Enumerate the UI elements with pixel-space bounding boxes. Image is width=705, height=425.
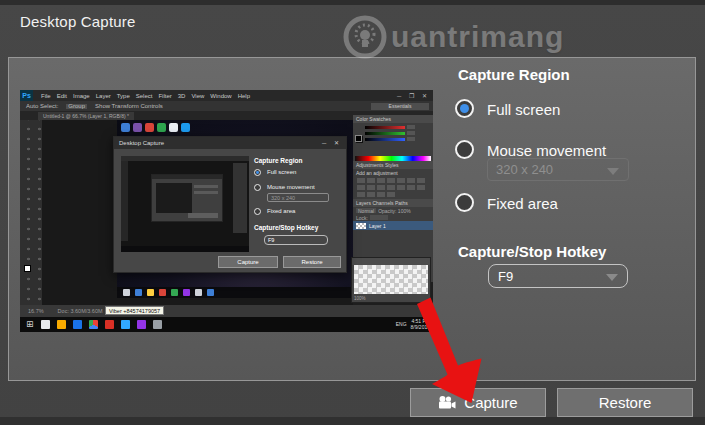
foreground-color-swatch bbox=[24, 265, 31, 272]
quantrimang-watermark: uantrimang bbox=[342, 12, 592, 62]
document-tab: Untitled-1 @ 66.7% (Layer 1, RGB/8) * bbox=[38, 112, 134, 120]
red-slider bbox=[365, 125, 433, 129]
fixed-area-radio[interactable] bbox=[455, 193, 474, 212]
menu-view: View bbox=[191, 93, 204, 99]
menu-image: Image bbox=[73, 93, 90, 99]
menu-select: Select bbox=[136, 93, 153, 99]
lock-label: Lock: bbox=[356, 215, 368, 221]
full-screen-radio[interactable] bbox=[455, 99, 474, 118]
menu-type: Type bbox=[117, 93, 130, 99]
green-slider bbox=[365, 131, 433, 135]
nested-capture-dialog: Desktop Capture ─ ✕ Capture Region Full … bbox=[113, 136, 347, 273]
chevron-down-icon bbox=[607, 168, 619, 175]
window-top-edge bbox=[0, 0, 705, 5]
size-dropdown[interactable]: 320 x 240 bbox=[487, 158, 629, 181]
adjustments-hint: Add an adjustment bbox=[353, 169, 433, 176]
adjustments-panel-tabs: Adjustments Styles bbox=[353, 161, 433, 169]
auto-select-label: Auto Select: bbox=[26, 103, 58, 109]
layer-1-row: Layer 1 bbox=[353, 221, 433, 230]
menu-file: File bbox=[41, 93, 51, 99]
window-title: Desktop Capture bbox=[20, 13, 136, 30]
menu-layer: Layer bbox=[96, 93, 111, 99]
watermark-text: uantrimang bbox=[391, 20, 564, 54]
doc-title-bar bbox=[352, 258, 430, 265]
ps-tool-strip bbox=[20, 120, 42, 305]
color-swatch-icon bbox=[356, 136, 363, 143]
hotkey-dropdown[interactable]: F9 bbox=[488, 264, 628, 288]
nested-hotkey-dropdown: F9 bbox=[264, 235, 328, 245]
ps-menu-bar: Ps File Edit Image Layer Type Select Fil… bbox=[20, 90, 433, 101]
status-doc-size: Doc: 3.60M/3.60M bbox=[58, 308, 103, 314]
menu-3d: 3D bbox=[178, 93, 186, 99]
lightbulb-logo-icon bbox=[342, 14, 388, 60]
restore-button[interactable]: Restore bbox=[557, 388, 693, 417]
red-arrow-annotation bbox=[405, 290, 515, 415]
nested-dialog-title: Desktop Capture bbox=[114, 137, 346, 149]
ps-status-bar: 16.7% Doc: 3.60M/3.60M bbox=[20, 305, 433, 317]
start-button-icon: ⊞ bbox=[26, 320, 34, 329]
fixed-area-label: Fixed area bbox=[487, 195, 558, 212]
nested-hotkey-heading: Capture/Stop Hotkey bbox=[254, 224, 318, 231]
nested-region-heading: Capture Region bbox=[254, 157, 302, 164]
full-screen-label: Full screen bbox=[487, 101, 560, 118]
menu-filter: Filter bbox=[158, 93, 171, 99]
menu-edit: Edit bbox=[57, 93, 67, 99]
ps-window-controls: ─ ❐ ✕ bbox=[397, 92, 430, 99]
mouse-movement-label: Mouse movement bbox=[487, 142, 606, 159]
nested-capture-button: Capture bbox=[218, 256, 278, 268]
nested-radio-mouse bbox=[254, 184, 261, 191]
nested-restore-button: Restore bbox=[283, 256, 341, 268]
color-panel-tabs: Color Swatches bbox=[353, 115, 433, 123]
nested-radio-full bbox=[254, 169, 261, 176]
nested-radio-fixed bbox=[254, 208, 261, 215]
capture-preview-image: Ps File Edit Image Layer Type Select Fil… bbox=[20, 90, 433, 332]
blue-slider bbox=[365, 137, 433, 141]
inner-desktop-taskbar bbox=[117, 287, 353, 298]
chevron-down-icon bbox=[606, 274, 618, 281]
opacity-label: Opacity: 100% bbox=[378, 208, 411, 214]
group-dropdown: Group bbox=[66, 104, 87, 109]
menu-window: Window bbox=[210, 93, 231, 99]
transform-label: Show Transform Controls bbox=[95, 103, 163, 109]
nested-window-controls: ─ ✕ bbox=[322, 139, 342, 146]
nested-size-dropdown: 320 x 240 bbox=[267, 193, 329, 202]
mouse-movement-radio[interactable] bbox=[455, 140, 474, 159]
blend-mode: Normal bbox=[356, 208, 376, 213]
desktop-capture-window: Desktop Capture uantrimang Ps File Edit … bbox=[0, 0, 705, 425]
hotkey-heading: Capture/Stop Hotkey bbox=[458, 243, 606, 260]
status-zoom: 16.7% bbox=[28, 308, 44, 314]
nested-preview-image bbox=[121, 156, 249, 252]
window-bottom-edge bbox=[0, 417, 705, 425]
viber-tooltip: Viber +84574179057 bbox=[105, 306, 164, 315]
workspace-selector: Essentials bbox=[371, 103, 429, 110]
menu-help: Help bbox=[238, 93, 250, 99]
layer-thumbnail bbox=[356, 223, 366, 229]
layers-panel-tabs: Layers Channels Paths bbox=[353, 199, 433, 207]
photoshop-logo-icon: Ps bbox=[20, 90, 33, 101]
windows-taskbar: ⊞ bbox=[20, 317, 433, 332]
capture-region-heading: Capture Region bbox=[458, 66, 570, 83]
adjustment-icons bbox=[353, 176, 433, 199]
